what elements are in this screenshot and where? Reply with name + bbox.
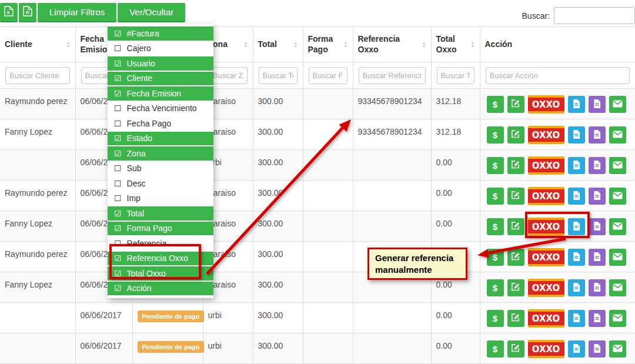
report-doc-button[interactable]: [589, 126, 606, 143]
clear-filters-button[interactable]: Limpiar Filtros: [38, 3, 116, 22]
send-email-button[interactable]: [609, 96, 626, 113]
send-email-button[interactable]: [609, 279, 626, 296]
menu-item-fecha-emision[interactable]: ☑Fecha Emision: [108, 86, 213, 101]
invoice-doc-button[interactable]: [568, 188, 585, 205]
pay-button[interactable]: $: [487, 340, 504, 358]
menu-item-acci-n[interactable]: ☑Acción: [108, 282, 213, 296]
pay-button[interactable]: $: [487, 249, 504, 266]
document-icon: [593, 160, 601, 172]
table-row: 06/06/2017urbi300.000.00$ OXXO: [0, 150, 635, 181]
oxxo-reference-button[interactable]: OXXO: [528, 187, 564, 205]
filter-input-total-oxxo[interactable]: [437, 67, 474, 84]
filter-input-referencia-oxxo[interactable]: [359, 67, 426, 84]
report-doc-button[interactable]: [589, 249, 606, 266]
oxxo-reference-button[interactable]: OXXO: [528, 126, 564, 144]
invoice-doc-button[interactable]: [568, 340, 585, 358]
cell-forma-pago: [303, 119, 353, 150]
report-doc-button[interactable]: [589, 96, 606, 113]
menu-item-fecha-vencimiento[interactable]: ☐Fecha Vencimiento: [108, 102, 213, 116]
send-email-button[interactable]: [609, 218, 626, 235]
edit-button[interactable]: [507, 188, 524, 205]
file-pdf-icon: A: [23, 6, 32, 18]
edit-button[interactable]: [507, 249, 524, 266]
menu-item-desc[interactable]: ☐Desc: [108, 176, 213, 191]
column-header-forma-pago[interactable]: Forma Pago▲▼: [303, 27, 353, 62]
edit-button[interactable]: [507, 340, 524, 358]
edit-button[interactable]: [507, 126, 524, 143]
menu-item-forma-pago[interactable]: ☑Forma Pago: [108, 222, 213, 236]
envelope-icon: [613, 253, 623, 262]
pay-button[interactable]: $: [487, 96, 504, 113]
column-header-referencia-oxxo[interactable]: Referencia Oxxo▲▼: [353, 27, 431, 62]
show-hide-columns-button[interactable]: Ver/Ocultar: [118, 3, 185, 22]
edit-button[interactable]: [507, 310, 524, 327]
pay-button[interactable]: $: [487, 310, 504, 327]
sort-icon[interactable]: ▲▼: [471, 41, 475, 48]
menu-item-zona[interactable]: ☑Zona: [108, 146, 213, 161]
edit-button[interactable]: [507, 218, 524, 235]
edit-button[interactable]: [507, 96, 524, 113]
menu-item-factura[interactable]: ☑#Factura: [108, 26, 213, 41]
pay-button[interactable]: $: [487, 218, 504, 235]
menu-item-cajero[interactable]: ☐Cajero: [108, 42, 213, 56]
filter-input-zona[interactable]: [209, 67, 248, 84]
column-header-cliente[interactable]: Cliente▲▼: [0, 27, 75, 62]
document-icon: [572, 252, 581, 263]
report-doc-button[interactable]: [589, 279, 606, 296]
send-email-button[interactable]: [609, 188, 626, 205]
report-doc-button[interactable]: [589, 310, 606, 327]
report-doc-button[interactable]: [589, 157, 606, 174]
menu-item-sub[interactable]: ☐Sub: [108, 162, 213, 176]
column-header-total[interactable]: Total▲▼: [253, 27, 303, 62]
filter-input-forma-pago[interactable]: [309, 67, 347, 84]
invoice-doc-button[interactable]: [568, 279, 585, 296]
oxxo-reference-button[interactable]: OXXO: [528, 279, 564, 297]
menu-item-total[interactable]: ☑Total: [108, 206, 213, 221]
invoice-doc-button[interactable]: [568, 157, 585, 174]
report-doc-button[interactable]: [589, 188, 606, 205]
column-label: Acción: [485, 39, 513, 50]
global-search-input[interactable]: [554, 7, 635, 24]
filter-cell-total-oxxo: [431, 62, 480, 89]
oxxo-reference-button[interactable]: OXXO: [528, 95, 564, 113]
invoice-doc-button[interactable]: [568, 126, 585, 143]
column-header-total-oxxo[interactable]: Total Oxxo▲▼: [431, 27, 480, 62]
menu-highlight-box: [109, 244, 201, 279]
sort-icon[interactable]: ▲▼: [244, 41, 248, 48]
pay-button[interactable]: $: [487, 188, 504, 205]
menu-item-imp[interactable]: ☐Imp: [108, 192, 213, 206]
send-email-button[interactable]: [609, 126, 626, 143]
menu-item-estado[interactable]: ☑Estado: [108, 132, 213, 146]
oxxo-reference-button[interactable]: OXXO: [528, 248, 564, 266]
sort-icon[interactable]: ▲▼: [422, 41, 426, 48]
send-email-button[interactable]: [609, 310, 626, 327]
oxxo-reference-button[interactable]: OXXO: [528, 340, 564, 358]
menu-item-usuario[interactable]: ☑Usuario: [108, 56, 213, 71]
sort-icon[interactable]: ▲▼: [294, 41, 298, 48]
send-email-button[interactable]: [609, 249, 626, 266]
invoice-doc-button[interactable]: [568, 249, 585, 266]
report-doc-button[interactable]: [589, 340, 606, 358]
send-email-button[interactable]: [609, 157, 626, 174]
export-pdf-button[interactable]: A: [19, 3, 36, 22]
report-doc-button[interactable]: [589, 218, 606, 235]
edit-button[interactable]: [507, 157, 524, 174]
edit-button[interactable]: [507, 279, 524, 296]
oxxo-reference-button[interactable]: OXXO: [528, 309, 564, 328]
sort-icon[interactable]: ▲▼: [344, 41, 348, 48]
invoice-doc-button[interactable]: [568, 310, 585, 327]
invoice-doc-button[interactable]: [568, 96, 585, 113]
filter-input-acci-n[interactable]: [486, 67, 630, 84]
menu-item-fecha-pago[interactable]: ☐Fecha Pago: [108, 116, 213, 131]
filter-input-total[interactable]: [259, 67, 298, 84]
column-label: Cliente: [5, 39, 32, 50]
export-excel-button[interactable]: x: [0, 3, 18, 22]
filter-input-cliente[interactable]: [5, 67, 70, 84]
menu-item-cliente[interactable]: ☑Cliente: [108, 72, 213, 86]
pay-button[interactable]: $: [487, 126, 504, 143]
pay-button[interactable]: $: [487, 157, 504, 174]
oxxo-reference-button[interactable]: OXXO: [528, 156, 564, 175]
send-email-button[interactable]: [609, 340, 626, 358]
pay-button[interactable]: $: [487, 279, 504, 296]
sort-icon[interactable]: ▲▼: [66, 41, 71, 48]
